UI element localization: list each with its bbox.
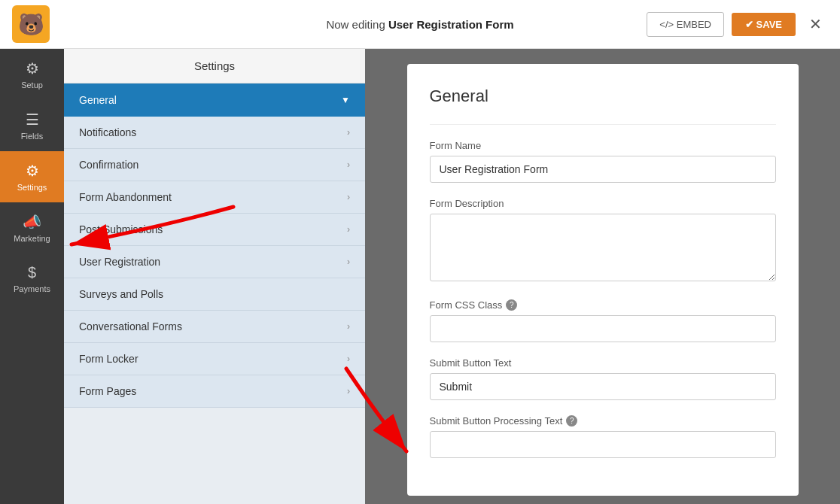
nav-item-setup[interactable]: ⚙ Setup: [0, 49, 64, 100]
form-locker-label: Form Locker: [79, 353, 138, 365]
general-label: General: [79, 94, 117, 106]
sidebar-item-conversational-forms[interactable]: Conversational Forms ›: [64, 311, 365, 343]
settings-icon: ⚙: [26, 162, 39, 180]
submit-processing-help-icon[interactable]: ?: [566, 415, 577, 427]
chevron-right-icon: ›: [347, 321, 350, 332]
sidebar-item-surveys-polls[interactable]: Surveys and Polls: [64, 278, 365, 311]
nav-item-settings[interactable]: ⚙ Settings: [0, 151, 64, 202]
submit-button-text-group: Submit Button Text: [430, 357, 776, 400]
sidebar-item-form-pages[interactable]: Form Pages ›: [64, 375, 365, 408]
form-css-help-icon[interactable]: ?: [506, 299, 517, 311]
nav-label-payments: Payments: [14, 284, 50, 293]
editing-title: Now editing User Registration Form: [326, 18, 513, 31]
setup-icon: ⚙: [26, 59, 39, 77]
left-nav: ⚙ Setup ☰ Fields ⚙ Settings 📣 Marketing …: [0, 49, 64, 504]
form-name-group: Form Name: [430, 140, 776, 183]
sidebar-item-form-abandonment[interactable]: Form Abandonment ›: [64, 181, 365, 214]
nav-item-payments[interactable]: $ Payments: [0, 254, 64, 304]
settings-sidebar: Settings General ▼ Notifications › Confi…: [64, 49, 365, 504]
form-name-input[interactable]: [430, 156, 776, 183]
submit-processing-text-label: Submit Button Processing Text ?: [430, 415, 776, 427]
fields-icon: ☰: [26, 111, 39, 129]
form-css-class-input[interactable]: [430, 315, 776, 342]
nav-item-fields[interactable]: ☰ Fields: [0, 100, 64, 151]
form-css-class-label: Form CSS Class ?: [430, 299, 776, 311]
sidebar-item-user-registration[interactable]: User Registration ›: [64, 246, 365, 278]
post-submissions-label: Post Submissions: [79, 223, 163, 235]
sidebar-item-form-locker[interactable]: Form Locker ›: [64, 343, 365, 375]
content-area: General Form Name Form Description Form …: [365, 49, 840, 504]
marketing-icon: 📣: [23, 213, 41, 231]
sidebar-item-post-submissions[interactable]: Post Submissions ›: [64, 214, 365, 246]
app-logo: 🐻: [12, 5, 50, 43]
top-bar-actions: </> EMBED ✔ SAVE ✕: [647, 12, 828, 37]
save-button[interactable]: ✔ SAVE: [732, 13, 796, 36]
nav-label-marketing: Marketing: [14, 234, 50, 243]
settings-panel: General Form Name Form Description Form …: [407, 64, 799, 496]
chevron-right-icon: ›: [347, 159, 350, 170]
title-prefix: Now editing: [326, 18, 388, 31]
chevron-right-icon: ›: [347, 224, 350, 235]
form-description-input[interactable]: [430, 214, 776, 281]
chevron-down-icon: ▼: [341, 95, 350, 105]
main-layout: ⚙ Setup ☰ Fields ⚙ Settings 📣 Marketing …: [0, 49, 840, 504]
submit-processing-text-input[interactable]: [430, 431, 776, 458]
nav-label-setup: Setup: [21, 80, 43, 90]
conversational-forms-label: Conversational Forms: [79, 320, 182, 332]
form-css-class-group: Form CSS Class ?: [430, 299, 776, 342]
submit-button-text-input[interactable]: [430, 373, 776, 400]
top-bar: 🐻 Now editing User Registration Form </>…: [0, 0, 840, 49]
chevron-right-icon: ›: [347, 386, 350, 396]
embed-button[interactable]: </> EMBED: [647, 12, 724, 37]
close-button[interactable]: ✕: [803, 12, 828, 36]
form-name-title: User Registration Form: [388, 18, 514, 31]
payments-icon: $: [28, 264, 36, 281]
panel-title: General: [430, 87, 776, 106]
nav-item-marketing[interactable]: 📣 Marketing: [0, 202, 64, 254]
confirmation-label: Confirmation: [79, 159, 138, 171]
chevron-right-icon: ›: [347, 192, 350, 202]
sidebar-item-notifications[interactable]: Notifications ›: [64, 117, 365, 149]
user-registration-label: User Registration: [79, 256, 160, 268]
chevron-right-icon: ›: [347, 257, 350, 267]
nav-label-settings: Settings: [17, 183, 47, 192]
chevron-right-icon: ›: [347, 354, 350, 364]
sidebar-item-confirmation[interactable]: Confirmation ›: [64, 149, 365, 181]
form-name-label: Form Name: [430, 140, 776, 151]
submit-processing-text-group: Submit Button Processing Text ?: [430, 415, 776, 458]
sidebar-item-general[interactable]: General ▼: [64, 83, 365, 117]
surveys-polls-label: Surveys and Polls: [79, 288, 163, 300]
form-abandonment-label: Form Abandonment: [79, 191, 172, 203]
form-description-group: Form Description: [430, 198, 776, 284]
chevron-right-icon: ›: [347, 127, 350, 138]
sidebar-header: Settings: [64, 49, 365, 83]
nav-label-fields: Fields: [21, 132, 43, 141]
notifications-label: Notifications: [79, 126, 136, 138]
submit-button-text-label: Submit Button Text: [430, 357, 776, 369]
form-pages-label: Form Pages: [79, 385, 136, 397]
form-description-label: Form Description: [430, 198, 776, 209]
